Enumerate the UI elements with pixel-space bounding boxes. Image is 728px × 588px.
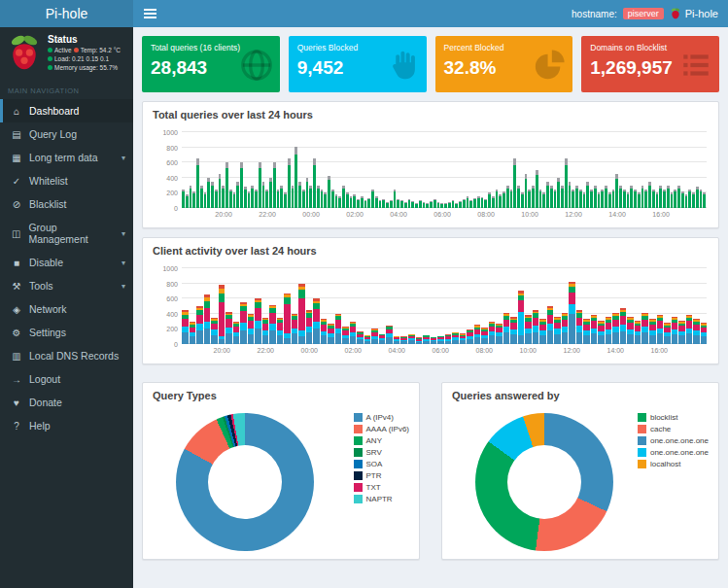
stat-card-1[interactable]: Queries Blocked9,452 [289, 36, 427, 92]
query-log-icon: ▤ [11, 129, 22, 140]
x-axis-label: 20:00 [215, 211, 232, 218]
long-term-data-icon: ▦ [11, 153, 22, 163]
legend-item[interactable]: AAAA (IPv6) [354, 425, 409, 433]
sidebar-item-tools[interactable]: ⚒Tools▾ [0, 274, 133, 297]
x-axis-label: 06:00 [433, 211, 451, 218]
legend-swatch [354, 483, 363, 492]
sidebar-item-label: Local DNS Records [29, 350, 119, 362]
app-name: Pi-hole [685, 8, 718, 19]
legend-label: SOA [366, 460, 383, 468]
stat-card-2[interactable]: Percent Blocked32.8% [435, 36, 573, 92]
y-axis-label: 200 [149, 326, 178, 332]
blacklist-icon: ⊘ [11, 199, 22, 210]
client-activity-panel: Client activity over last 24 hours 02004… [142, 237, 719, 364]
legend-swatch [638, 460, 646, 468]
total-queries-panel: Total queries over last 24 hours 0200400… [142, 101, 719, 228]
status-active: Active [54, 47, 72, 53]
legend-item[interactable]: SRV [354, 448, 409, 457]
sidebar-item-label: Logout [29, 373, 60, 385]
status-active-dot [48, 48, 52, 52]
donate-icon: ♥ [11, 398, 22, 408]
legend-label: TXT [366, 483, 381, 492]
legend-label: blocklist [650, 413, 677, 422]
x-axis-label: 10:00 [521, 211, 538, 218]
stat-card-3[interactable]: Domains on Blocklist1,269,957 [581, 36, 719, 92]
x-axis-label: 22:00 [257, 347, 274, 354]
y-axis-label: 200 [149, 190, 178, 196]
hand-stop-icon [387, 49, 420, 82]
brand-title: Pi-hole [46, 6, 88, 21]
sidebar-item-help[interactable]: ?Help [0, 414, 133, 437]
legend-label: cache [650, 425, 671, 433]
main-content: Total queries (16 clients)28,843Queries … [133, 27, 728, 588]
legend-label: NAPTR [366, 495, 393, 503]
legend-item[interactable]: localhost [638, 460, 709, 468]
sidebar-item-label: Disable [29, 257, 63, 268]
hostname-label: hostname: [572, 9, 617, 19]
queries-answered-donut[interactable] [475, 413, 613, 551]
brand-logo[interactable]: Pi-hole [0, 0, 133, 27]
query-types-donut[interactable] [176, 413, 314, 551]
sidebar-item-label: Help [29, 420, 51, 432]
stat-card-0[interactable]: Total queries (16 clients)28,843 [142, 36, 280, 92]
logout-icon: → [11, 374, 22, 385]
y-axis-label: 800 [149, 144, 178, 151]
chevron-down-icon: ▾ [121, 259, 125, 267]
sidebar-item-dashboard[interactable]: ⌂Dashboard [0, 99, 133, 122]
x-axis-label: 04:00 [390, 211, 407, 218]
sidebar-item-disable[interactable]: ■Disable▾ [0, 251, 133, 274]
legend-label: localhost [650, 460, 681, 468]
legend-label: one.one.one.one [650, 448, 709, 457]
legend-item[interactable]: NAPTR [354, 495, 409, 503]
legend-item[interactable]: cache [638, 425, 709, 433]
sidebar: Status Active Temp: 54.2 °C Load: 0.21 0… [0, 27, 133, 588]
chevron-down-icon: ▾ [121, 154, 125, 162]
legend-swatch [638, 448, 646, 457]
legend-item[interactable]: A (IPv4) [354, 413, 409, 422]
queries-answered-panel: Queries answered by blocklistcacheone.on… [441, 382, 719, 560]
dashboard-icon: ⌂ [11, 106, 22, 117]
legend-item[interactable]: TXT [354, 483, 409, 492]
y-axis-label: 600 [149, 159, 178, 166]
legend-label: PTR [366, 471, 382, 480]
x-axis-label: 06:00 [432, 347, 449, 354]
sidebar-item-settings[interactable]: ⚙Settings [0, 321, 133, 344]
x-axis-label: 08:00 [475, 347, 493, 354]
y-axis-label: 0 [149, 341, 178, 348]
legend-swatch [354, 413, 363, 422]
legend-label: SRV [366, 448, 382, 457]
sidebar-item-network[interactable]: ◈Network [0, 297, 133, 321]
legend-item[interactable]: ANY [354, 436, 409, 445]
sidebar-item-query-log[interactable]: ▤Query Log [0, 122, 133, 146]
sidebar-item-blacklist[interactable]: ⊘Blacklist [0, 192, 133, 216]
legend-item[interactable]: SOA [354, 460, 409, 468]
pihole-home-link[interactable]: Pi-hole [670, 8, 718, 20]
sidebar-item-long-term-data[interactable]: ▦Long term data▾ [0, 146, 133, 169]
sidebar-item-local-dns[interactable]: ▥Local DNS Records [0, 344, 133, 367]
sidebar-item-label: Whitelist [29, 175, 68, 187]
status-load: Load: 0.21 0.15 0.1 [54, 55, 109, 62]
total-queries-chart[interactable]: 0200400600800100020:0022:0000:0002:0004:… [182, 132, 707, 208]
legend-item[interactable]: blocklist [638, 413, 709, 422]
legend-label: ANY [366, 436, 382, 445]
legend-item[interactable]: one.one.one.one [638, 448, 709, 457]
pie-chart-icon [533, 49, 566, 82]
sidebar-item-donate[interactable]: ♥Donate [0, 391, 133, 414]
sidebar-nav: ⌂Dashboard▤Query Log▦Long term data▾✓Whi… [0, 99, 133, 437]
x-axis-label: 00:00 [302, 211, 320, 218]
client-activity-chart[interactable]: 0200400600800100020:0022:0000:0002:0004:… [182, 268, 707, 344]
memory-dot [48, 65, 52, 70]
sidebar-item-label: Dashboard [29, 105, 79, 117]
sidebar-toggle-icon[interactable] [133, 0, 166, 27]
legend-swatch [354, 436, 363, 445]
legend-item[interactable]: one.one.one.one [638, 436, 709, 445]
y-axis-label: 1000 [149, 129, 178, 136]
panel-title-queries-answered: Queries answered by [442, 383, 718, 405]
sidebar-item-group-management[interactable]: ◫Group Management▾ [0, 216, 133, 251]
sidebar-item-whitelist[interactable]: ✓Whitelist [0, 169, 133, 192]
sidebar-item-logout[interactable]: →Logout [0, 367, 133, 391]
legend-item[interactable]: PTR [354, 471, 409, 480]
settings-icon: ⚙ [11, 328, 22, 338]
x-axis-label: 14:00 [607, 347, 624, 354]
local-dns-icon: ▥ [11, 351, 22, 362]
